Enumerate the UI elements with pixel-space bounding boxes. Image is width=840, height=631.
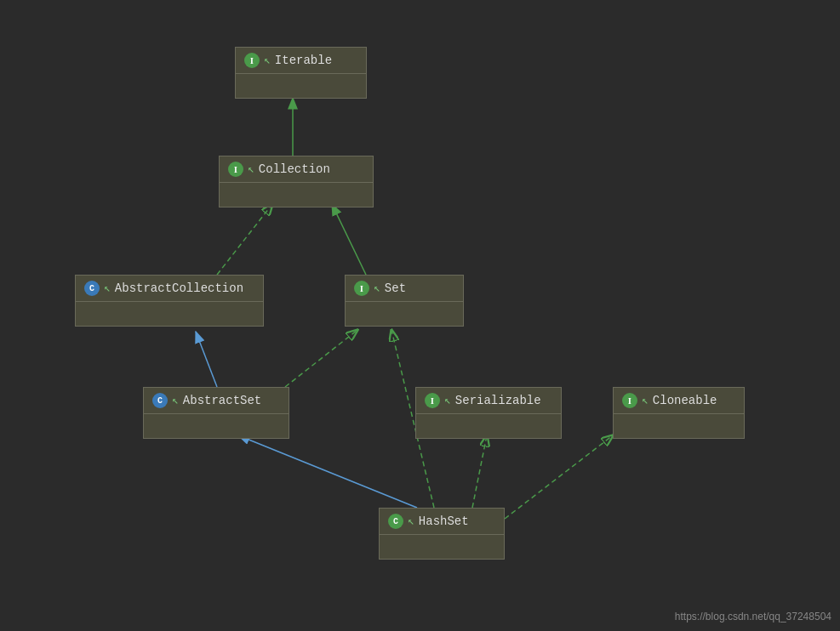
class-icon-hashset: C (388, 514, 403, 529)
svg-line-6 (196, 332, 217, 387)
package-icon-set: ↖ (374, 281, 380, 295)
interface-icon-cloneable: I (622, 393, 637, 408)
node-abstract-set-body (144, 414, 289, 438)
interface-icon-serializable: I (425, 393, 440, 408)
node-cloneable-header: I ↖ Cloneable (614, 388, 744, 414)
node-set-header: I ↖ Set (346, 276, 463, 302)
node-abstract-collection: C ↖ AbstractCollection (75, 275, 264, 327)
class-icon-abstract-collection: C (84, 281, 100, 296)
node-serializable-header: I ↖ Serializable (416, 388, 561, 414)
node-cloneable-label: Cloneable (653, 394, 717, 407)
node-cloneable: I ↖ Cloneable (613, 387, 745, 439)
node-collection-body (220, 183, 373, 207)
node-hashset-label: HashSet (419, 514, 469, 528)
svg-line-5 (332, 204, 366, 275)
svg-line-7 (285, 330, 357, 387)
package-icon-serializable: ↖ (444, 394, 451, 407)
node-set: I ↖ Set (345, 275, 464, 327)
interface-icon-set: I (354, 281, 369, 296)
package-icon-collection: ↖ (248, 162, 254, 176)
node-serializable: I ↖ Serializable (415, 387, 562, 439)
node-abstract-collection-header: C ↖ AbstractCollection (76, 276, 263, 302)
svg-line-8 (238, 435, 417, 508)
node-abstract-collection-body (76, 302, 263, 326)
watermark: https://blog.csdn.net/qq_37248504 (675, 611, 831, 622)
node-hashset-header: C ↖ HashSet (380, 509, 504, 535)
node-hashset: C ↖ HashSet (379, 508, 505, 560)
package-icon-abstract-set: ↖ (172, 394, 179, 407)
svg-line-11 (505, 435, 613, 519)
node-iterable-header: I ↖ Iterable (236, 48, 366, 74)
interface-icon-iterable: I (244, 53, 260, 68)
class-icon-abstract-set: C (152, 393, 168, 408)
package-icon-abstract-collection: ↖ (104, 281, 111, 295)
node-collection-label: Collection (259, 162, 330, 176)
node-abstract-collection-label: AbstractCollection (115, 281, 243, 295)
node-set-label: Set (385, 281, 406, 295)
node-iterable-label: Iterable (275, 54, 332, 67)
node-collection: I ↖ Collection (219, 156, 374, 207)
interface-icon-collection: I (228, 162, 243, 177)
node-abstract-set-label: AbstractSet (183, 394, 261, 407)
node-abstract-set-header: C ↖ AbstractSet (144, 388, 289, 414)
node-iterable-body (236, 74, 366, 98)
package-icon-hashset: ↖ (408, 514, 414, 528)
node-cloneable-body (614, 414, 744, 438)
package-icon-cloneable: ↖ (642, 394, 649, 407)
node-collection-header: I ↖ Collection (220, 156, 373, 183)
node-hashset-body (380, 535, 504, 559)
node-iterable: I ↖ Iterable (235, 47, 367, 99)
package-icon-iterable: ↖ (264, 54, 271, 67)
svg-line-4 (217, 204, 272, 275)
svg-line-10 (472, 435, 487, 508)
node-serializable-label: Serializable (455, 394, 541, 407)
node-abstract-set: C ↖ AbstractSet (143, 387, 289, 439)
node-set-body (346, 302, 463, 326)
node-serializable-body (416, 414, 561, 438)
